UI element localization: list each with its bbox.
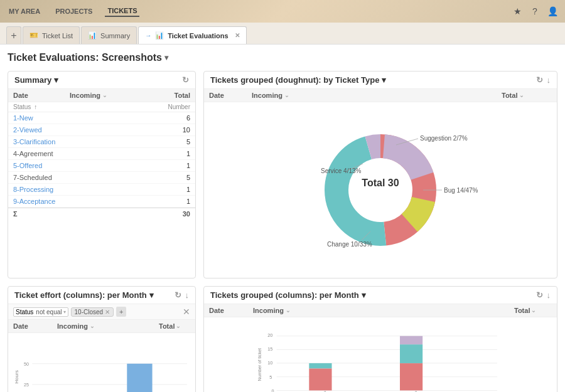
donut-refresh-icon[interactable] bbox=[536, 75, 543, 85]
summary-row[interactable]: 5-Offered1 bbox=[8, 160, 195, 172]
donut-download-icon[interactable] bbox=[547, 75, 551, 85]
summary-row[interactable]: 8-Processing1 bbox=[8, 184, 195, 196]
status-header-row: Status ↑ Number bbox=[8, 102, 195, 112]
summary-dropdown-icon[interactable]: ▾ bbox=[54, 75, 58, 85]
summary-col-headers: Date Incoming ⌄ Total bbox=[8, 89, 195, 102]
sum-value: 30 bbox=[183, 210, 190, 218]
summary-refresh-icon[interactable] bbox=[182, 75, 189, 85]
row-name-label: 2-Viewed bbox=[13, 126, 42, 134]
group1-bar-bug bbox=[309, 368, 331, 390]
nav-myarea[interactable]: MY AREA bbox=[6, 6, 43, 16]
tab-ticket-list-label: Ticket List bbox=[42, 32, 73, 40]
donut-dropdown-icon[interactable]: ▾ bbox=[382, 75, 386, 85]
status-sort-icon[interactable]: ↑ bbox=[34, 103, 37, 110]
donut-title: Tickets grouped (doughnut): by Ticket Ty… bbox=[210, 75, 379, 85]
summary-panel-header: Summary ▾ bbox=[8, 72, 195, 89]
user-icon[interactable]: 👤 bbox=[546, 5, 559, 18]
effort-title: Ticket effort (columns): per Month bbox=[14, 290, 147, 300]
group1-bar-change bbox=[309, 363, 331, 368]
donut-panel-header: Tickets grouped (doughnut): by Ticket Ty… bbox=[204, 72, 557, 89]
group2-bar-change bbox=[400, 344, 422, 363]
eval-icon: 📊 bbox=[155, 31, 164, 40]
tab-close-button[interactable]: ✕ bbox=[235, 32, 240, 39]
tab-add-button[interactable]: + bbox=[6, 26, 21, 44]
filter-chip[interactable]: 10-Closed ✕ bbox=[71, 307, 114, 317]
effort-download-icon[interactable] bbox=[185, 290, 190, 300]
grouped-dropdown-icon[interactable]: ▾ bbox=[362, 290, 366, 300]
effort-col-headers: Date Incoming ⌄ Total ⌄ bbox=[8, 320, 195, 333]
effort-incoming-sort[interactable]: ⌄ bbox=[90, 323, 95, 329]
svg-text:10: 10 bbox=[267, 360, 272, 366]
nav-tickets[interactable]: TICKETS bbox=[105, 6, 139, 17]
grouped-title: Tickets grouped (columns): per Month bbox=[210, 290, 359, 300]
page-content: Ticket Evaluations: Screenshots ▾ Summar… bbox=[0, 45, 565, 392]
group2-bar-service bbox=[400, 336, 422, 344]
effort-col-total: Total ⌄ bbox=[159, 322, 190, 330]
donut-panel: Tickets grouped (doughnut): by Ticket Ty… bbox=[203, 71, 557, 278]
grouped-total-sort[interactable]: ⌄ bbox=[531, 307, 536, 314]
effort-panel: Ticket effort (columns): per Month ▾ Sta… bbox=[8, 286, 196, 392]
filter-clear-button[interactable]: ✕ bbox=[183, 307, 190, 317]
svg-text:25: 25 bbox=[24, 383, 29, 387]
filter-add-button[interactable]: + bbox=[116, 307, 126, 317]
bar-06-2022 bbox=[127, 364, 152, 392]
status-label: Status ↑ bbox=[13, 103, 37, 110]
effort-dropdown-icon[interactable]: ▾ bbox=[149, 290, 154, 300]
summary-rows: 1-New62-Viewed103-Clarification54-Agreem… bbox=[8, 112, 195, 208]
donut-col-total: Total ⌄ bbox=[502, 92, 552, 99]
summary-row[interactable]: 7-Scheduled5 bbox=[8, 172, 195, 184]
filter-status-label: Status bbox=[16, 309, 33, 315]
service-label: Service 4/13% bbox=[321, 167, 362, 174]
row-value: 1 bbox=[186, 150, 190, 157]
tab-ticket-list[interactable]: 🎫 Ticket List bbox=[23, 26, 80, 44]
summary-header-icons bbox=[182, 75, 189, 85]
top-nav: MY AREA PROJECTS TICKETS ★ ? 👤 bbox=[0, 0, 565, 23]
filter-chip-remove[interactable]: ✕ bbox=[105, 309, 110, 315]
sum-row: Σ 30 bbox=[8, 208, 195, 220]
row-name-label: 5-Offered bbox=[13, 162, 42, 169]
donut-chart: Total 30 Suggestion 2/7% Service 4/13% B… bbox=[274, 115, 487, 265]
filter-status-select[interactable]: Status not equal ▾ bbox=[13, 307, 68, 317]
summary-row[interactable]: 9-Acceptance1 bbox=[8, 196, 195, 208]
title-dropdown-icon[interactable]: ▾ bbox=[164, 53, 168, 62]
row-value: 5 bbox=[186, 138, 190, 146]
row-name-label: 4-Agreement bbox=[13, 150, 53, 157]
row-value: 1 bbox=[186, 186, 190, 193]
donut-total-label: Total 30 bbox=[362, 177, 399, 188]
row-value: 10 bbox=[183, 126, 190, 134]
summary-row[interactable]: 1-New6 bbox=[8, 112, 195, 124]
effort-panel-header: Ticket effort (columns): per Month ▾ bbox=[8, 287, 195, 304]
incoming-sort-icon[interactable]: ⌄ bbox=[102, 92, 107, 98]
tab-evaluations[interactable]: → 📊 Ticket Evaluations ✕ bbox=[138, 26, 246, 44]
row-name-label: 8-Processing bbox=[13, 186, 53, 193]
effort-total-sort[interactable]: ⌄ bbox=[176, 323, 181, 329]
row-value: 1 bbox=[186, 162, 190, 169]
row-name-label: 7-Scheduled bbox=[13, 174, 52, 181]
star-icon[interactable]: ★ bbox=[511, 5, 524, 18]
effort-bar-chart: Hours 0 25 50 05/2022 06/2022 bbox=[13, 338, 190, 392]
grouped-header-left: Tickets grouped (columns): per Month ▾ bbox=[210, 290, 366, 300]
summary-row[interactable]: 4-Agreement1 bbox=[8, 148, 195, 160]
row-value: 5 bbox=[186, 174, 190, 181]
sum-label: Σ bbox=[13, 210, 18, 218]
filter-select-arrow: ▾ bbox=[63, 309, 66, 315]
page-title-text: Ticket Evaluations: Screenshots bbox=[8, 52, 162, 63]
grouped-incoming-sort[interactable]: ⌄ bbox=[286, 307, 291, 314]
nav-icons: ★ ? 👤 bbox=[511, 5, 559, 18]
nav-projects[interactable]: PROJECTS bbox=[53, 6, 95, 16]
grouped-refresh-icon[interactable] bbox=[536, 290, 543, 300]
donut-total-sort[interactable]: ⌄ bbox=[519, 92, 524, 98]
summary-row[interactable]: 2-Viewed10 bbox=[8, 124, 195, 136]
tab-summary[interactable]: 📊 Summary bbox=[81, 26, 137, 44]
grouped-col-headers: Date Incoming ⌄ Total ⌄ bbox=[204, 304, 557, 317]
help-icon[interactable]: ? bbox=[529, 5, 541, 18]
summary-row[interactable]: 3-Clarification5 bbox=[8, 136, 195, 148]
effort-header-left: Ticket effort (columns): per Month ▾ bbox=[14, 290, 154, 300]
donut-incoming-sort[interactable]: ⌄ bbox=[284, 92, 289, 98]
tab-evaluations-label: Ticket Evaluations bbox=[168, 32, 228, 40]
effort-chart-area: Hours 0 25 50 05/2022 06/2022 bbox=[8, 333, 195, 392]
change-label: Change 10/33% bbox=[327, 241, 372, 248]
effort-refresh-icon[interactable] bbox=[175, 290, 181, 300]
grouped-download-icon[interactable] bbox=[547, 290, 551, 300]
tab-arrow-icon: → bbox=[145, 32, 151, 39]
